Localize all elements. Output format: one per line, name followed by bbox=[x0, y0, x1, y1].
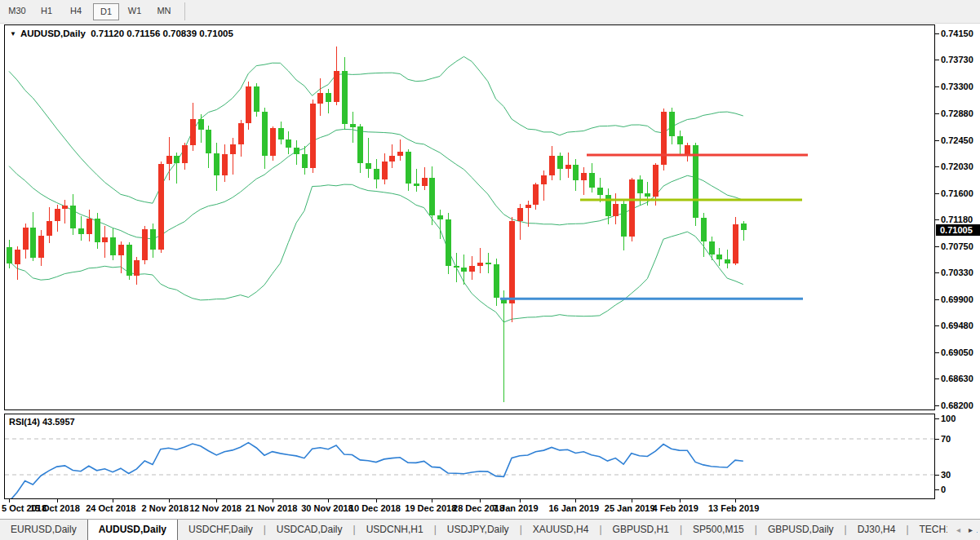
candle-body bbox=[494, 264, 499, 298]
date-axis-tick bbox=[480, 498, 481, 502]
date-axis-tick bbox=[432, 498, 432, 502]
tab-eurusd-daily[interactable]: EURUSD,Daily bbox=[0, 520, 87, 540]
candle-body bbox=[246, 86, 251, 123]
date-axis-tick bbox=[273, 498, 273, 502]
candle-body bbox=[62, 206, 68, 209]
candle-body bbox=[174, 156, 180, 163]
price-axis-tick bbox=[935, 33, 939, 34]
timeframe-button-MN[interactable]: MN bbox=[152, 3, 176, 19]
candle-body bbox=[326, 93, 331, 102]
candle-body bbox=[517, 208, 523, 221]
symbol-dropdown-icon[interactable]: ▼ bbox=[10, 30, 16, 38]
price-axis-tick bbox=[935, 86, 939, 87]
candle-body bbox=[126, 245, 132, 276]
candle-body bbox=[613, 204, 619, 216]
rsi-axis-tick bbox=[935, 489, 939, 490]
date-axis-tick bbox=[9, 498, 10, 502]
candle-body bbox=[454, 266, 459, 268]
chart-ohlc-header: ▼AUDUSD,Daily 0.71120 0.71156 0.70839 0.… bbox=[10, 29, 233, 38]
candle-body bbox=[222, 154, 228, 175]
price-axis-tick bbox=[935, 325, 939, 326]
candle-body bbox=[446, 219, 451, 267]
candle-body bbox=[653, 165, 659, 196]
candle-body bbox=[486, 263, 491, 264]
candle-body bbox=[397, 152, 403, 156]
date-axis-label: 7 Jan 2019 bbox=[493, 503, 539, 513]
tab-xauusd-h4[interactable]: XAUUSD,H4 bbox=[522, 520, 600, 540]
tab-dj30-h4[interactable]: DJ30,H4 bbox=[847, 520, 907, 540]
timeframe-button-D1[interactable]: D1 bbox=[93, 3, 119, 20]
candle-body bbox=[86, 219, 92, 234]
candles-layer bbox=[7, 46, 747, 401]
rsi-axis-tick bbox=[935, 439, 939, 440]
timeframe-button-W1[interactable]: W1 bbox=[122, 3, 147, 19]
ohlc-low: 0.70839 bbox=[162, 29, 197, 38]
price-axis-label: 0.68630 bbox=[941, 374, 973, 383]
rsi-chart-canvas[interactable] bbox=[5, 414, 934, 498]
tab-usdcnh-h1[interactable]: USDCNH,H1 bbox=[356, 520, 434, 540]
timeframe-toolbar: M30H1H4D1W1MN bbox=[0, 0, 980, 24]
candle-body bbox=[95, 219, 100, 242]
candle-body bbox=[198, 119, 204, 130]
date-axis-tick bbox=[680, 498, 681, 502]
candle-body bbox=[30, 228, 36, 258]
price-axis-label: 0.72880 bbox=[941, 108, 973, 118]
timeframe-button-M30[interactable]: M30 bbox=[5, 3, 29, 19]
toolbar-separator bbox=[184, 2, 185, 20]
candle-body bbox=[461, 268, 467, 272]
rsi-line bbox=[9, 443, 743, 498]
tab-sp500-m15[interactable]: SP500,M15 bbox=[682, 520, 755, 540]
price-axis-tick bbox=[935, 246, 939, 247]
price-axis-label: 0.70330 bbox=[941, 268, 973, 277]
candle-body bbox=[549, 156, 555, 176]
price-axis-label: 0.73300 bbox=[941, 82, 973, 91]
tab-gbpusd-daily[interactable]: GBPUSD,Daily bbox=[757, 520, 845, 540]
date-axis-label: 25 Jan 2019 bbox=[605, 503, 655, 513]
tab-usdjpy-daily[interactable]: USDJPY,Daily bbox=[437, 520, 520, 540]
candle-body bbox=[134, 260, 140, 275]
main-chart-panel[interactable]: ▼AUDUSD,Daily 0.71120 0.71156 0.70839 0.… bbox=[4, 24, 935, 410]
tab-usdcad-daily[interactable]: USDCAD,Daily bbox=[266, 520, 353, 540]
rsi-label: RSI(14) 43.5957 bbox=[9, 417, 75, 427]
ohlc-close: 0.71005 bbox=[199, 29, 233, 38]
tab-scroll-left-icon[interactable]: ◂ bbox=[956, 525, 960, 534]
candle-body bbox=[214, 153, 220, 176]
timeframe-button-H4[interactable]: H4 bbox=[64, 3, 88, 19]
date-axis-label: 12 Nov 2018 bbox=[189, 503, 242, 513]
candle-body bbox=[693, 145, 698, 218]
candle-body bbox=[589, 173, 595, 188]
tab-scroll-right-icon[interactable]: ▸ bbox=[969, 525, 973, 534]
candle-body bbox=[7, 247, 12, 264]
candle-body bbox=[278, 128, 284, 139]
candle-body bbox=[509, 221, 515, 303]
date-axis-label: 2 Nov 2018 bbox=[142, 503, 188, 513]
candle-body bbox=[406, 152, 411, 184]
candle-body bbox=[716, 255, 722, 259]
price-axis-label: 0.72450 bbox=[941, 135, 973, 145]
rsi-indicator-panel[interactable]: RSI(14) 43.5957 bbox=[4, 414, 935, 499]
candle-body bbox=[55, 209, 60, 221]
tab-audusd-daily[interactable]: AUDUSD,Daily bbox=[87, 520, 178, 540]
rsi-axis-label: 30 bbox=[941, 470, 951, 480]
candle-body bbox=[374, 169, 379, 179]
price-axis-tick bbox=[935, 166, 939, 167]
candle-body bbox=[262, 112, 268, 156]
price-axis-label: 0.74150 bbox=[941, 29, 973, 38]
candlestick-chart-canvas[interactable] bbox=[5, 25, 934, 409]
candle-body bbox=[230, 144, 236, 154]
price-axis-label: 0.72030 bbox=[941, 162, 973, 171]
candle-body bbox=[294, 148, 299, 154]
candle-body bbox=[238, 123, 244, 144]
candle-body bbox=[629, 179, 635, 237]
chart-symbol-label: AUDUSD,Daily bbox=[20, 29, 86, 38]
timeframe-button-H1[interactable]: H1 bbox=[34, 3, 59, 19]
tab-gbpusd-h1[interactable]: GBPUSD,H1 bbox=[602, 520, 680, 540]
candle-body bbox=[557, 156, 563, 169]
price-axis-tick bbox=[935, 219, 939, 220]
date-axis-tick bbox=[113, 498, 113, 502]
candle-body bbox=[342, 71, 348, 124]
candle-body bbox=[605, 195, 611, 216]
tab-usdchf-daily[interactable]: USDCHF,Daily bbox=[178, 520, 264, 540]
price-axis-tick bbox=[935, 272, 939, 273]
candle-body bbox=[661, 112, 667, 165]
